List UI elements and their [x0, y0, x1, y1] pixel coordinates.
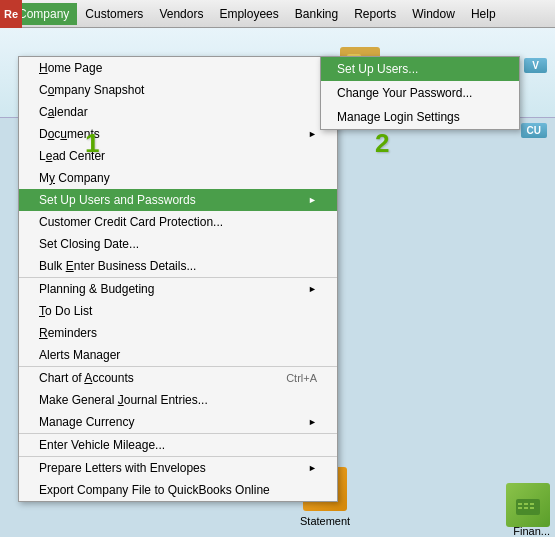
menubar: Re Company Customers Vendors Employees B…	[0, 0, 555, 28]
menu-customers[interactable]: Customers	[77, 3, 151, 25]
menu-item-journal[interactable]: Make General Journal Entries...	[19, 389, 337, 411]
menu-item-todo[interactable]: To Do List	[19, 300, 337, 322]
menu-item-export[interactable]: Export Company File to QuickBooks Online	[19, 479, 337, 501]
menu-reports[interactable]: Reports	[346, 3, 404, 25]
company-dropdown: Home Page Company Snapshot Calendar Docu…	[18, 56, 338, 502]
red-tab[interactable]: Re	[0, 0, 22, 28]
menu-vendors[interactable]: Vendors	[151, 3, 211, 25]
content-area: Receive V CU Statement	[0, 28, 555, 537]
menu-item-setup-users[interactable]: Set Up Users and Passwords ►	[19, 189, 337, 211]
statement-label: Statement	[300, 515, 350, 527]
setup-users-submenu: Set Up Users... Change Your Password... …	[320, 56, 520, 130]
submenu-change-password[interactable]: Change Your Password...	[321, 81, 519, 105]
menu-banking[interactable]: Banking	[287, 3, 346, 25]
svg-rect-6	[518, 503, 522, 505]
menu-item-my-company[interactable]: My Company	[19, 167, 337, 189]
menu-item-lead-center[interactable]: Lead Center	[19, 145, 337, 167]
menu-item-bulk-enter[interactable]: Bulk Enter Business Details...	[19, 255, 337, 277]
svg-rect-9	[524, 507, 528, 509]
arrow-icon-planning: ►	[308, 284, 317, 294]
menu-item-currency[interactable]: Manage Currency ►	[19, 411, 337, 433]
submenu-setup-users[interactable]: Set Up Users...	[321, 57, 519, 81]
finance-label: Finan...	[513, 525, 550, 537]
arrow-icon: ►	[308, 129, 317, 139]
arrow-icon-letters: ►	[308, 463, 317, 473]
step-badge-2: 2	[375, 128, 389, 159]
submenu-login-settings[interactable]: Manage Login Settings	[321, 105, 519, 129]
v-button[interactable]: V	[524, 58, 547, 73]
cu-badge[interactable]: CU	[521, 123, 547, 138]
menu-employees[interactable]: Employees	[211, 3, 286, 25]
svg-rect-8	[524, 503, 528, 505]
svg-rect-10	[530, 503, 534, 505]
menu-item-reminders[interactable]: Reminders	[19, 322, 337, 344]
menu-item-alerts[interactable]: Alerts Manager	[19, 344, 337, 366]
menu-help[interactable]: Help	[463, 3, 504, 25]
arrow-icon-currency: ►	[308, 417, 317, 427]
menu-item-credit-card[interactable]: Customer Credit Card Protection...	[19, 211, 337, 233]
menu-item-closing-date[interactable]: Set Closing Date...	[19, 233, 337, 255]
svg-rect-7	[518, 507, 522, 509]
menu-item-company-snapshot[interactable]: Company Snapshot	[19, 79, 337, 101]
menu-item-home-page[interactable]: Home Page	[19, 57, 337, 79]
menu-item-calendar[interactable]: Calendar	[19, 101, 337, 123]
svg-rect-11	[530, 507, 534, 509]
menu-item-letters[interactable]: Prepare Letters with Envelopes ►	[19, 456, 337, 479]
menu-item-planning[interactable]: Planning & Budgeting ►	[19, 277, 337, 300]
shortcut-ctrl-a: Ctrl+A	[286, 372, 317, 384]
arrow-icon-setup: ►	[308, 195, 317, 205]
menu-item-mileage[interactable]: Enter Vehicle Mileage...	[19, 433, 337, 456]
menu-item-chart-accounts[interactable]: Chart of Accounts Ctrl+A	[19, 366, 337, 389]
finance-icon[interactable]	[506, 483, 550, 527]
red-tab-label: Re	[4, 8, 18, 20]
menu-window[interactable]: Window	[404, 3, 463, 25]
menu-item-documents[interactable]: Documents ►	[19, 123, 337, 145]
